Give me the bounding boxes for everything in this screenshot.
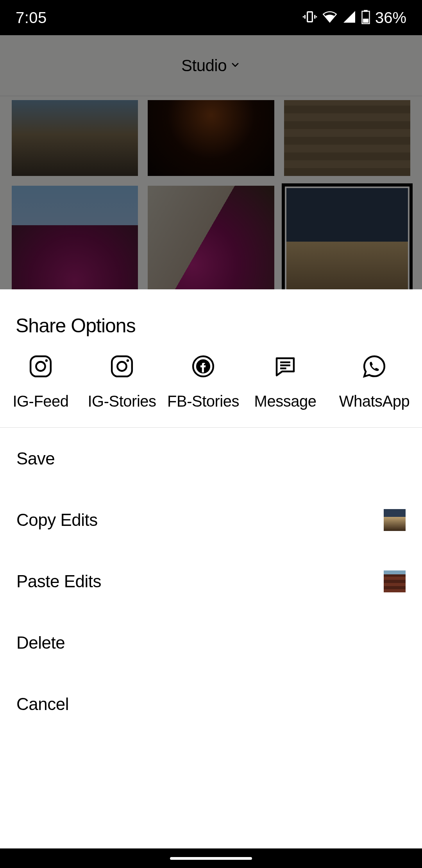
svg-rect-6 xyxy=(364,10,368,12)
status-right: 36% xyxy=(302,9,406,27)
svg-point-10 xyxy=(45,359,48,362)
signal-icon xyxy=(342,10,356,25)
share-fb-stories[interactable]: FB-Stories xyxy=(163,354,244,410)
svg-point-12 xyxy=(117,362,126,371)
status-time: 7:05 xyxy=(16,9,47,27)
svg-rect-7 xyxy=(363,19,368,23)
action-delete[interactable]: Delete xyxy=(0,612,422,673)
instagram-icon xyxy=(110,354,134,378)
battery-icon xyxy=(361,9,370,26)
message-icon xyxy=(273,354,297,378)
share-message[interactable]: Message xyxy=(244,354,327,410)
status-bar: 7:05 36% xyxy=(0,0,422,35)
action-label: Paste Edits xyxy=(16,572,101,591)
share-ig-stories[interactable]: IG-Stories xyxy=(81,354,163,410)
share-targets-row: IG-Feed IG-Stories FB-Stories Message Wh xyxy=(0,351,422,428)
action-cancel[interactable]: Cancel xyxy=(0,673,422,735)
share-label: FB-Stories xyxy=(167,393,239,410)
svg-point-13 xyxy=(127,359,129,362)
action-save[interactable]: Save xyxy=(0,428,422,489)
share-options-sheet: Share Options IG-Feed IG-Stories FB-Stor… xyxy=(0,289,422,848)
action-label: Delete xyxy=(16,633,65,653)
android-nav-bar xyxy=(0,848,422,868)
battery-percent: 36% xyxy=(375,9,406,27)
svg-point-9 xyxy=(36,362,45,371)
share-label: Message xyxy=(254,393,316,410)
vibrate-icon xyxy=(302,9,317,26)
action-copy-edits[interactable]: Copy Edits xyxy=(0,489,422,551)
share-label: IG-Stories xyxy=(88,393,156,410)
action-label: Copy Edits xyxy=(16,510,98,530)
action-label: Save xyxy=(16,449,55,468)
action-paste-edits[interactable]: Paste Edits xyxy=(0,551,422,612)
action-label: Cancel xyxy=(16,694,69,714)
whatsapp-icon xyxy=(362,354,386,378)
svg-rect-0 xyxy=(308,12,313,22)
sheet-title: Share Options xyxy=(16,314,406,337)
actions-list: Save Copy Edits Paste Edits Delete Cance… xyxy=(0,428,422,735)
share-ig-feed[interactable]: IG-Feed xyxy=(0,354,81,410)
share-whatsapp[interactable]: WhatsApp xyxy=(327,354,422,410)
share-label: WhatsApp xyxy=(339,393,410,410)
wifi-icon xyxy=(322,9,338,26)
facebook-icon xyxy=(191,354,215,378)
gesture-pill[interactable] xyxy=(170,857,252,860)
copy-edits-thumbnail xyxy=(384,509,406,531)
paste-edits-thumbnail xyxy=(384,570,406,592)
svg-rect-8 xyxy=(30,356,51,377)
svg-rect-11 xyxy=(112,356,132,377)
instagram-icon xyxy=(29,354,53,378)
share-label: IG-Feed xyxy=(13,393,68,410)
